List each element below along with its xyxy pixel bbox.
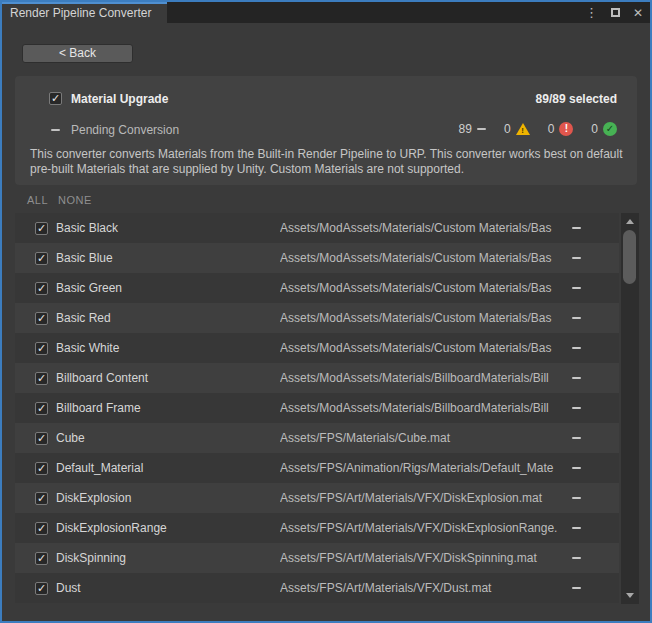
item-path: Assets/FPS/Art/Materials/VFX/Dust.mat [280,581,564,595]
item-pending-icon [572,227,581,229]
check-icon: ✓ [37,522,46,535]
pending-total-dash-icon [477,128,486,130]
item-pending-icon [572,377,581,379]
success-count: 0 [591,122,598,136]
check-icon: ✓ [37,402,46,415]
warning-count: 0 [504,122,511,136]
item-pending-icon [572,257,581,259]
converter-description: This converter converts Materials from t… [30,147,623,177]
select-none-button[interactable]: NONE [58,194,92,206]
back-button[interactable]: < Back [22,44,133,63]
item-pending-icon [572,587,581,589]
item-name: Default_Material [56,461,280,475]
pending-total: 89 [459,122,472,136]
item-checkbox[interactable]: ✓ [35,522,48,535]
warning-icon: ! [516,123,530,135]
item-path: Assets/ModAssets/Materials/Custom Materi… [280,221,564,235]
check-icon: ✓ [37,282,46,295]
scroll-up-icon[interactable] [626,219,634,224]
list-item[interactable]: ✓ Basic White Assets/ModAssets/Materials… [15,333,619,363]
item-path: Assets/ModAssets/Materials/Custom Materi… [280,281,564,295]
error-icon: ! [559,122,573,136]
item-name: Basic Green [56,281,280,295]
item-checkbox[interactable]: ✓ [35,432,48,445]
item-checkbox[interactable]: ✓ [35,492,48,505]
item-name: Basic White [56,341,280,355]
list-item[interactable]: ✓ Billboard Frame Assets/ModAssets/Mater… [15,393,619,423]
item-pending-icon [572,467,581,469]
list-item[interactable]: ✓ Dust Assets/FPS/Art/Materials/VFX/Dust… [15,573,619,603]
scroll-down-icon[interactable] [626,593,634,598]
check-icon: ✓ [37,492,46,505]
list-item[interactable]: ✓ Billboard Content Assets/ModAssets/Mat… [15,363,619,393]
item-name: DiskSpinning [56,551,280,565]
list-scrollbar[interactable] [621,213,639,604]
list-item[interactable]: ✓ Basic Blue Assets/ModAssets/Materials/… [15,243,619,273]
list-item[interactable]: ✓ DiskExplosion Assets/FPS/Art/Materials… [15,483,619,513]
check-icon: ✓ [37,432,46,445]
conversion-list: ✓ Basic Black Assets/ModAssets/Materials… [15,213,619,604]
item-pending-icon [572,527,581,529]
item-path: Assets/FPS/Art/Materials/VFX/DiskExplosi… [280,491,564,505]
list-item[interactable]: ✓ DiskExplosionRange Assets/FPS/Art/Mate… [15,513,619,543]
check-icon: ✓ [37,312,46,325]
converter-name: Material Upgrade [71,92,168,106]
item-name: Basic Blue [56,251,280,265]
item-path: Assets/ModAssets/Materials/Custom Materi… [280,251,564,265]
item-checkbox[interactable]: ✓ [35,282,48,295]
check-icon: ✓ [37,342,46,355]
maximize-icon[interactable] [611,8,620,17]
item-checkbox[interactable]: ✓ [35,312,48,325]
item-name: Dust [56,581,280,595]
list-item[interactable]: ✓ DiskSpinning Assets/FPS/Art/Materials/… [15,543,619,573]
success-icon: ✓ [603,122,617,136]
item-path: Assets/FPS/Materials/Cube.mat [280,431,564,445]
item-name: DiskExplosion [56,491,280,505]
item-pending-icon [572,407,581,409]
item-name: Basic Black [56,221,280,235]
check-icon: ✓ [51,92,60,105]
converter-checkbox[interactable]: ✓ [49,92,62,105]
select-all-button[interactable]: ALL [27,194,48,206]
item-name: Billboard Frame [56,401,280,415]
list-item[interactable]: ✓ Default_Material Assets/FPS/Animation/… [15,453,619,483]
item-name: DiskExplosionRange [56,521,280,535]
item-path: Assets/FPS/Art/Materials/VFX/DiskExplosi… [280,521,564,535]
pending-stats: 89 0 ! 0 ! 0 ✓ [459,122,617,136]
item-pending-icon [572,497,581,499]
item-name: Basic Red [56,311,280,325]
list-item[interactable]: ✓ Basic Green Assets/ModAssets/Materials… [15,273,619,303]
item-checkbox[interactable]: ✓ [35,462,48,475]
check-icon: ✓ [37,552,46,565]
check-icon: ✓ [37,582,46,595]
item-pending-icon [572,317,581,319]
check-icon: ✓ [37,222,46,235]
item-pending-icon [572,437,581,439]
list-item[interactable]: ✓ Cube Assets/FPS/Materials/Cube.mat [15,423,619,453]
item-checkbox[interactable]: ✓ [35,582,48,595]
item-checkbox[interactable]: ✓ [35,252,48,265]
item-path: Assets/ModAssets/Materials/Custom Materi… [280,311,564,325]
error-count: 0 [548,122,555,136]
check-icon: ✓ [37,462,46,475]
item-checkbox[interactable]: ✓ [35,342,48,355]
item-checkbox[interactable]: ✓ [35,372,48,385]
list-item[interactable]: ✓ Basic Red Assets/ModAssets/Materials/C… [15,303,619,333]
item-path: Assets/FPS/Art/Materials/VFX/DiskSpinnin… [280,551,564,565]
scrollbar-thumb[interactable] [623,230,636,284]
window-tab[interactable]: Render Pipeline Converter [2,2,167,23]
close-icon[interactable]: ✕ [633,7,643,19]
item-path: Assets/ModAssets/Materials/Custom Materi… [280,341,564,355]
item-checkbox[interactable]: ✓ [35,222,48,235]
check-icon: ✓ [37,372,46,385]
item-name: Cube [56,431,280,445]
window-menu-icon[interactable]: ⋮ [585,6,598,19]
item-checkbox[interactable]: ✓ [35,552,48,565]
item-path: Assets/ModAssets/Materials/BillboardMate… [280,371,564,385]
window-title: Render Pipeline Converter [10,6,151,20]
item-name: Billboard Content [56,371,280,385]
item-checkbox[interactable]: ✓ [35,402,48,415]
list-item[interactable]: ✓ Basic Black Assets/ModAssets/Materials… [15,213,619,243]
item-path: Assets/FPS/Animation/Rigs/Materials/Defa… [280,461,564,475]
pending-conversion-label: Pending Conversion [71,123,179,137]
